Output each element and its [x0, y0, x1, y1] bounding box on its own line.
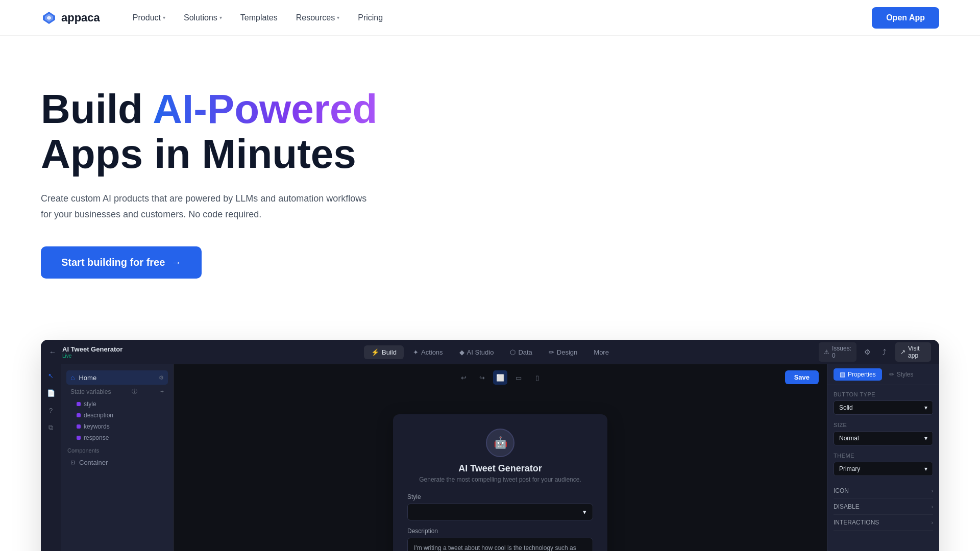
save-button[interactable]: Save [785, 370, 819, 384]
chevron-right-icon: › [932, 504, 933, 510]
chevron-right-icon: › [932, 520, 933, 525]
tab-data[interactable]: ⬡ Data [503, 345, 539, 359]
nav-cta-area: Open App [872, 7, 939, 29]
app-sidebar: ⌂ Home ⚙ State variables ⓘ + style [61, 364, 174, 551]
nav-item-product[interactable]: Product ▾ [125, 9, 174, 27]
size-group: Size Normal ▾ [834, 422, 933, 445]
tablet-view-button[interactable]: ▭ [511, 370, 526, 385]
issues-button[interactable]: ⚠ Issues: 0 [819, 342, 856, 362]
button-type-select[interactable]: Solid ▾ [834, 400, 933, 415]
style-label: Style [407, 493, 593, 500]
arrow-icon: → [171, 257, 181, 268]
nav-item-solutions[interactable]: Solutions ▾ [176, 9, 230, 27]
select-chevron-icon: ▾ [924, 435, 927, 442]
redo-button[interactable]: ↪ [475, 370, 489, 385]
var-dot [77, 402, 81, 406]
container-icon: ⊡ [70, 459, 75, 466]
app-header-left: ← AI Tweet Generator Live [49, 345, 161, 359]
external-link-icon: ↗ [900, 348, 905, 356]
var-dot [77, 413, 81, 417]
var-item-description[interactable]: description [66, 410, 168, 421]
props-content: Button type Solid ▾ Size Normal ▾ Theme [827, 385, 939, 537]
interactions-row[interactable]: INTERACTIONS › [834, 515, 933, 531]
props-toolbar: ▤ Properties ✏ Styles [827, 364, 939, 385]
description-textarea[interactable]: I'm writing a tweet about how cool is th… [407, 538, 593, 551]
design-icon: ✏ [549, 348, 554, 356]
description-form-group: Description I'm writing a tweet about ho… [407, 528, 593, 551]
props-tabs: ▤ Properties ✏ Styles [834, 368, 919, 381]
nav-icon-file[interactable]: 📄 [44, 386, 58, 400]
tweet-generator-card: 🤖 AI Tweet Generator Generate the most c… [393, 414, 607, 551]
select-chevron-icon: ▾ [583, 508, 586, 516]
settings-icon-btn[interactable]: ⚙ [862, 345, 873, 359]
hero-section: Build AI-PoweredApps in Minutes Create c… [0, 36, 459, 309]
tab-build[interactable]: ⚡ Build [364, 345, 404, 359]
tweet-card-title: AI Tweet Generator [407, 463, 593, 474]
nav-item-pricing[interactable]: Pricing [350, 9, 391, 27]
undo-button[interactable]: ↩ [456, 370, 471, 385]
info-icon: ⓘ [132, 388, 137, 395]
nav-icon-cursor[interactable]: ↖ [44, 368, 58, 383]
build-icon: ⚡ [371, 348, 379, 356]
app-status-badge: Live [62, 353, 122, 359]
sidebar-item-container[interactable]: ⊡ Container [66, 456, 168, 469]
properties-panel: ▤ Properties ✏ Styles Button type Solid … [827, 364, 939, 551]
app-header-right: ⚠ Issues: 0 ⚙ ⤴ ↗ Visit app [819, 342, 931, 362]
add-var-icon[interactable]: + [160, 388, 164, 395]
nav-item-resources[interactable]: Resources ▾ [288, 9, 348, 27]
tab-design[interactable]: ✏ Design [542, 345, 584, 359]
select-chevron-icon: ▾ [924, 404, 927, 411]
properties-icon: ▤ [840, 371, 845, 378]
mobile-view-button[interactable]: ▯ [530, 370, 544, 385]
chevron-down-icon: ▾ [163, 15, 165, 20]
nav-icon-layers[interactable]: ⧉ [44, 420, 58, 435]
sidebar-section: ⌂ Home ⚙ State variables ⓘ + style [61, 370, 173, 443]
icon-row-label: ICON [834, 487, 849, 494]
theme-label: Theme [834, 453, 933, 459]
components-label: Components [61, 443, 173, 456]
interactions-row-label: INTERACTIONS [834, 519, 879, 526]
icon-row[interactable]: ICON › [834, 483, 933, 499]
app-canvas: ↩ ↪ ⬜ ▭ ▯ Save 🤖 AI Tweet Generator Gene… [174, 364, 827, 551]
nav-links: Product ▾ Solutions ▾ Templates Resource… [125, 9, 872, 27]
app-name-section: AI Tweet Generator Live [62, 345, 122, 359]
state-vars-header[interactable]: State variables ⓘ + [66, 385, 168, 398]
tab-more[interactable]: More [586, 345, 616, 359]
tab-ai-studio[interactable]: ◆ AI Studio [452, 345, 501, 359]
disable-row[interactable]: DISABLE › [834, 499, 933, 515]
var-dot [77, 424, 81, 429]
open-app-button[interactable]: Open App [872, 7, 939, 29]
desktop-view-button[interactable]: ⬜ [493, 370, 507, 385]
back-button[interactable]: ← [49, 348, 56, 356]
visit-app-button[interactable]: ↗ Visit app [895, 342, 931, 362]
chevron-down-icon: ▾ [219, 15, 222, 20]
theme-group: Theme Primary ▾ [834, 453, 933, 476]
tweet-card-header: 🤖 AI Tweet Generator Generate the most c… [407, 429, 593, 483]
var-item-keywords[interactable]: keywords [66, 421, 168, 432]
settings-icon: ⚙ [159, 374, 164, 381]
share-icon-btn[interactable]: ⤴ [878, 345, 890, 359]
button-type-label: Button type [834, 391, 933, 397]
sidebar-components: ⊡ Container [61, 456, 173, 469]
style-select[interactable]: ▾ [407, 504, 593, 520]
app-header-bar: ← AI Tweet Generator Live ⚡ Build ✦ Acti… [41, 340, 939, 364]
logo[interactable]: appaca [41, 10, 100, 26]
sidebar-item-home[interactable]: ⌂ Home ⚙ [66, 370, 168, 385]
navbar: appaca Product ▾ Solutions ▾ Templates R… [0, 0, 980, 36]
start-building-button[interactable]: Start building for free → [41, 246, 202, 279]
nav-item-templates[interactable]: Templates [232, 9, 286, 27]
size-select[interactable]: Normal ▾ [834, 431, 933, 445]
tab-actions[interactable]: ✦ Actions [406, 345, 450, 359]
theme-select[interactable]: Primary ▾ [834, 462, 933, 476]
sidebar-nav-icons: ↖ 📄 ? ⧉ [41, 364, 61, 551]
ai-studio-icon: ◆ [459, 348, 464, 356]
tab-styles[interactable]: ✏ Styles [883, 368, 920, 381]
tab-properties[interactable]: ▤ Properties [834, 368, 882, 381]
style-form-group: Style ▾ [407, 493, 593, 520]
var-item-style[interactable]: style [66, 398, 168, 410]
var-item-response[interactable]: response [66, 432, 168, 443]
canvas-toolbar: ↩ ↪ ⬜ ▭ ▯ [456, 370, 544, 385]
nav-icon-question[interactable]: ? [44, 403, 58, 417]
actions-icon: ✦ [413, 348, 419, 356]
data-icon: ⬡ [510, 348, 516, 356]
